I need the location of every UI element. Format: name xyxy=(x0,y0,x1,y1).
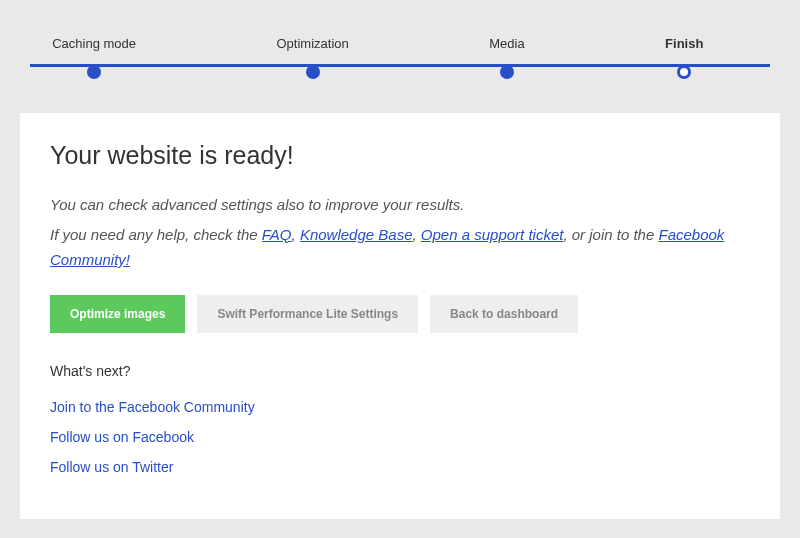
step-dot-icon xyxy=(500,65,514,79)
step-label: Optimization xyxy=(276,36,348,51)
step-dot-icon xyxy=(306,65,320,79)
follow-facebook-link[interactable]: Follow us on Facebook xyxy=(50,429,750,445)
next-links: Join to the Facebook Community Follow us… xyxy=(50,399,750,475)
step-caching-mode[interactable]: Caching mode xyxy=(52,36,136,77)
step-finish[interactable]: Finish xyxy=(665,36,703,77)
lead-text-1: You can check advanced settings also to … xyxy=(50,192,750,218)
support-ticket-link[interactable]: Open a support ticket xyxy=(421,226,564,243)
step-dot-current-icon xyxy=(677,65,691,79)
page-title: Your website is ready! xyxy=(50,141,750,170)
whats-next-heading: What's next? xyxy=(50,363,750,379)
back-to-dashboard-button[interactable]: Back to dashboard xyxy=(430,295,578,333)
step-label: Caching mode xyxy=(52,36,136,51)
button-row: Optimize images Swift Performance Lite S… xyxy=(50,295,750,333)
finish-card: Your website is ready! You can check adv… xyxy=(20,113,780,519)
sep: , xyxy=(412,226,420,243)
lead-prefix: If you need any help, check the xyxy=(50,226,262,243)
lead-text-2: If you need any help, check the FAQ, Kno… xyxy=(50,222,750,273)
step-label: Media xyxy=(489,36,524,51)
faq-link[interactable]: FAQ xyxy=(262,226,292,243)
follow-twitter-link[interactable]: Follow us on Twitter xyxy=(50,459,750,475)
step-optimization[interactable]: Optimization xyxy=(276,36,348,77)
step-dot-icon xyxy=(87,65,101,79)
wizard-stepper: Caching mode Optimization Media Finish xyxy=(0,0,800,77)
sep: , or join to the xyxy=(563,226,658,243)
step-media[interactable]: Media xyxy=(489,36,524,77)
join-facebook-community-link[interactable]: Join to the Facebook Community xyxy=(50,399,750,415)
sep: , xyxy=(292,226,300,243)
settings-button[interactable]: Swift Performance Lite Settings xyxy=(197,295,418,333)
optimize-images-button[interactable]: Optimize images xyxy=(50,295,185,333)
knowledge-base-link[interactable]: Knowledge Base xyxy=(300,226,413,243)
step-label: Finish xyxy=(665,36,703,51)
